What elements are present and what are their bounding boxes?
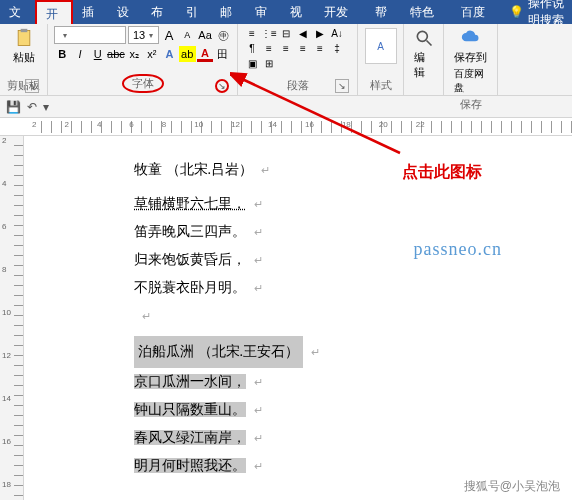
poem2-line4: 明月何时照我还。↵ [134, 452, 512, 480]
styles-icon: A [365, 28, 397, 64]
highlight-button[interactable]: ab [179, 46, 196, 62]
tab-developer[interactable]: 开发工具 [315, 0, 366, 24]
svg-point-2 [417, 31, 427, 41]
decrease-indent-button[interactable]: ◀ [295, 26, 311, 40]
bullets-button[interactable]: ≡ [244, 26, 260, 40]
ruler-horizontal[interactable]: 2246810121416182022 [0, 118, 572, 136]
save-netdisk-label2: 百度网盘 [454, 67, 487, 95]
tab-home[interactable]: 开始 [35, 0, 74, 24]
footer-watermark: 搜狐号@小吴泡泡 [460, 477, 564, 496]
group-save-label: 保存 [450, 97, 491, 114]
poem2-title: 泊船瓜洲 （北宋.王安石）↵ [134, 330, 512, 368]
group-paragraph-label: 段落 ↘ [244, 78, 351, 95]
clipboard-dialog-launcher[interactable]: ↘ [25, 79, 39, 93]
group-paragraph: ≡ ⋮≡ ⊟ ◀ ▶ A↓ ¶ ≡ ≡ ≡ ≡ ‡ ▣ ⊞ 段落 ↘ [238, 24, 358, 95]
poem2-line2: 钟山只隔数重山。↵ [134, 396, 512, 424]
blank-line: ↵ [134, 302, 512, 330]
font-size-combo[interactable]: 13▾ [128, 26, 159, 44]
group-editing: 编辑 [404, 24, 444, 95]
document-page[interactable]: 点击此图标 passneo.cn 牧童 （北宋.吕岩）↵ 草铺横野六七里，↵ 笛… [24, 136, 572, 500]
tab-view[interactable]: 视图 [281, 0, 316, 24]
qat-undo-button[interactable]: ↶ [27, 100, 37, 114]
tab-references[interactable]: 引用 [177, 0, 212, 24]
group-clipboard: 粘贴 剪贴板 ↘ [0, 24, 48, 95]
poem2-line1: 京口瓜洲一水间，↵ [134, 368, 512, 396]
grow-font-button[interactable]: A [161, 27, 177, 43]
tab-layout[interactable]: 布局 [142, 0, 177, 24]
font-name-combo[interactable]: ▾ [54, 26, 126, 44]
ruler-vertical[interactable]: 24681012141618 [0, 136, 24, 500]
show-marks-button[interactable]: ¶ [244, 41, 260, 55]
styles-button[interactable]: A [364, 26, 397, 66]
increase-indent-button[interactable]: ▶ [312, 26, 328, 40]
underline-button[interactable]: U [89, 46, 106, 62]
font-dialog-launcher[interactable]: ↘ [215, 79, 229, 93]
borders-button[interactable]: ⊞ [261, 56, 277, 70]
text-effects-button[interactable]: A [161, 46, 178, 62]
group-font: ▾ 13▾ A A Aa ㊥ B I U abc x₂ x² A ab A 田 … [48, 24, 238, 95]
tab-special[interactable]: 特色功能 [401, 0, 452, 24]
sort-button[interactable]: A↓ [329, 26, 345, 40]
paste-button[interactable]: 粘贴 [6, 26, 41, 67]
svg-line-3 [426, 41, 431, 46]
tab-help[interactable]: 帮助 [366, 0, 401, 24]
watermark-text: passneo.cn [414, 231, 502, 267]
document-area: 24681012141618 点击此图标 passneo.cn 牧童 （北宋.吕… [0, 136, 572, 500]
italic-button[interactable]: I [72, 46, 89, 62]
ribbon-tab-bar: 文件 开始 插入 设计 布局 引用 邮件 审阅 视图 开发工具 帮助 特色功能 … [0, 0, 572, 24]
tab-mailings[interactable]: 邮件 [211, 0, 246, 24]
paste-icon [14, 28, 34, 48]
font-color-button[interactable]: A [197, 46, 214, 62]
poem1-line4: 不脱蓑衣卧月明。↵ [134, 274, 512, 302]
superscript-button[interactable]: x² [144, 46, 161, 62]
change-case-button[interactable]: Aa [197, 27, 213, 43]
align-left-button[interactable]: ≡ [261, 41, 277, 55]
strikethrough-button[interactable]: abc [107, 46, 125, 62]
paste-label: 粘贴 [13, 50, 35, 65]
justify-button[interactable]: ≡ [312, 41, 328, 55]
multilevel-button[interactable]: ⊟ [278, 26, 294, 40]
qat-save-button[interactable]: 💾 [6, 100, 21, 114]
char-border-button[interactable]: 田 [214, 46, 231, 62]
group-font-label: 字体 ↘ [54, 74, 231, 95]
bold-button[interactable]: B [54, 46, 71, 62]
ruler-numbers: 2246810121416182022 [32, 120, 425, 129]
svg-rect-1 [20, 29, 27, 32]
lightbulb-icon: 💡 [509, 5, 524, 19]
callout-text: 点击此图标 [402, 156, 482, 188]
svg-rect-0 [18, 31, 30, 46]
editing-button[interactable]: 编辑 [410, 26, 437, 82]
save-netdisk-button[interactable]: 保存到 百度网盘 [450, 26, 491, 97]
group-styles-label: 样式 [364, 78, 397, 95]
subscript-button[interactable]: x₂ [126, 46, 143, 62]
cloud-icon [461, 28, 481, 48]
editing-label: 编辑 [414, 50, 433, 80]
align-center-button[interactable]: ≡ [278, 41, 294, 55]
tab-review[interactable]: 审阅 [246, 0, 281, 24]
save-netdisk-label1: 保存到 [454, 50, 487, 65]
find-icon [414, 28, 434, 48]
group-clipboard-label: 剪贴板 ↘ [6, 78, 41, 95]
numbering-button[interactable]: ⋮≡ [261, 26, 277, 40]
ribbon: 粘贴 剪贴板 ↘ ▾ 13▾ A A Aa ㊥ B I U abc x₂ x² [0, 24, 572, 96]
align-right-button[interactable]: ≡ [295, 41, 311, 55]
group-styles: A 样式 [358, 24, 404, 95]
tab-design[interactable]: 设计 [108, 0, 143, 24]
tab-netdisk[interactable]: 百度网盘 [452, 0, 503, 24]
phonetic-guide-button[interactable]: ㊥ [215, 27, 231, 43]
paragraph-dialog-launcher[interactable]: ↘ [335, 79, 349, 93]
line-spacing-button[interactable]: ‡ [329, 41, 345, 55]
qat-dropdown[interactable]: ▾ [43, 100, 49, 114]
shading-button[interactable]: ▣ [244, 56, 260, 70]
poem1-line1: 草铺横野六七里，↵ [134, 190, 512, 218]
group-save-netdisk: 保存到 百度网盘 保存 [444, 24, 498, 95]
shrink-font-button[interactable]: A [179, 27, 195, 43]
tab-insert[interactable]: 插入 [73, 0, 108, 24]
poem2-line3: 春风又绿江南岸，↵ [134, 424, 512, 452]
tab-file[interactable]: 文件 [0, 0, 35, 24]
